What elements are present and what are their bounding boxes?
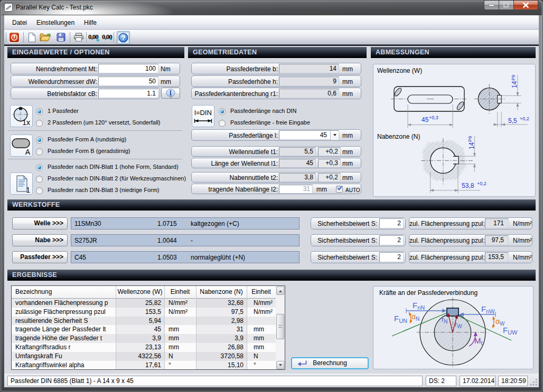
svg-text:14P9: 14P9 [467,136,475,149]
svg-text:+0,2: +0,2 [477,181,486,186]
svg-text:14P9: 14P9 [511,75,519,88]
svg-text:FnW: FnW [481,304,495,314]
svg-text:53,8: 53,8 [462,182,474,189]
svg-text:5,5: 5,5 [508,117,517,125]
svg-text:+0,2: +0,2 [520,116,529,121]
svg-text:αW: αW [495,317,505,327]
svg-text:FUN: FUN [394,314,407,324]
svg-text:45: 45 [422,116,429,123]
svg-text:+0,3: +0,3 [429,115,438,120]
svg-text:αN: αN [411,312,419,322]
svg-text:l=DIN: l=DIN [194,109,212,117]
svg-text:?: ? [121,34,125,42]
svg-text:FUW: FUW [503,326,518,336]
svg-text:FnN: FnN [413,301,425,311]
